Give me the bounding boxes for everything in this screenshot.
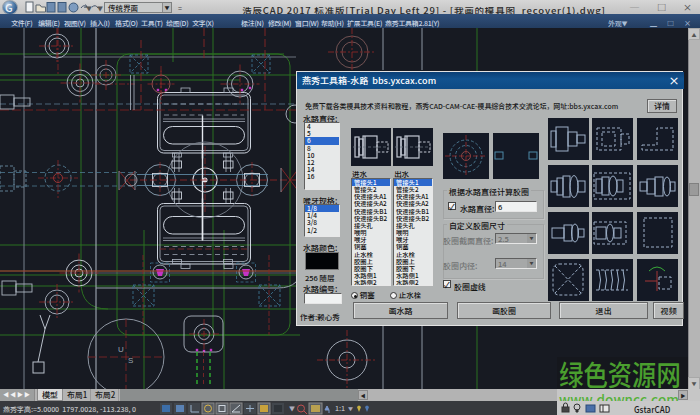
svg-text:▼: ▼ xyxy=(348,405,353,412)
svg-text:S: S xyxy=(128,356,133,365)
svg-text:1:1: 1:1 xyxy=(335,403,345,413)
svg-text:▼: ▼ xyxy=(289,404,295,413)
svg-text:U: U xyxy=(118,345,124,354)
